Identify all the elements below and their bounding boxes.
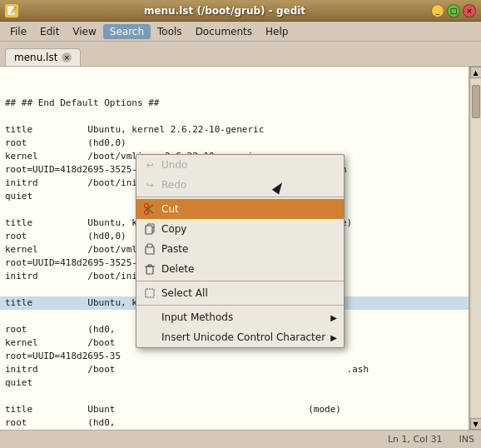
tab-close-button[interactable]: × [62, 52, 72, 62]
line-3 [5, 111, 11, 122]
menu-documents[interactable]: Documents [189, 24, 259, 39]
ctx-separator-1 [136, 197, 344, 197]
menu-search[interactable]: Search [103, 24, 151, 39]
input-methods-icon [143, 311, 156, 324]
menu-view[interactable]: View [66, 24, 102, 39]
insert-mode: INS [459, 434, 474, 445]
line-1 [5, 84, 11, 95]
ctx-copy-label: Copy [161, 223, 337, 235]
minimize-button[interactable]: _ [431, 4, 444, 17]
svg-rect-7 [147, 244, 152, 247]
ctx-paste-label: Paste [161, 243, 337, 255]
line-22: quiet [5, 377, 32, 388]
line-12: root (hd0,0) [5, 231, 126, 241]
context-menu: ↩ Undo ↪ Redo Cut Copy [136, 154, 345, 348]
line-16 [5, 284, 11, 295]
menu-edit[interactable]: Edit [33, 24, 66, 39]
svg-point-1 [145, 204, 149, 208]
ctx-redo-label: Redo [161, 179, 337, 191]
svg-rect-5 [146, 226, 152, 234]
svg-rect-8 [146, 266, 153, 274]
line-18: root (hd0, [5, 324, 115, 335]
scroll-down-button[interactable]: ▼ [470, 418, 482, 430]
insert-unicode-icon [143, 331, 156, 344]
app-icon: 📝 [5, 4, 18, 17]
svg-point-0 [145, 211, 149, 215]
window-controls: _ □ × [431, 4, 476, 17]
input-methods-arrow: ▶ [330, 313, 337, 322]
vertical-scrollbar[interactable]: ▲ ▼ [469, 67, 481, 430]
line-21: initrd /boot .ash [5, 364, 369, 375]
line-9: quiet [5, 191, 32, 202]
tab-label: menu.lst [14, 52, 57, 63]
ctx-input-methods[interactable]: Input Methods ▶ [136, 307, 344, 327]
ctx-delete[interactable]: Delete [136, 259, 344, 279]
close-button[interactable]: × [463, 4, 476, 17]
ctx-separator-2 [136, 281, 344, 281]
status-bar: Ln 1, Col 31 INS [0, 430, 481, 448]
ctx-select-all[interactable]: Select All [136, 283, 344, 303]
tab-menu-lst[interactable]: menu.lst × [5, 48, 81, 66]
line-19: kernel /boot [5, 337, 115, 348]
undo-icon: ↩ [143, 158, 156, 172]
ctx-redo[interactable]: ↪ Redo [136, 175, 344, 195]
line-10 [5, 204, 11, 215]
ctx-separator-3 [136, 305, 344, 306]
scroll-track[interactable] [471, 78, 481, 418]
line-25: root (hd0, [5, 417, 115, 428]
cursor-position: Ln 1, Col 31 [388, 434, 443, 445]
line-5: root (hd0,0) [5, 137, 126, 148]
line-2: ## ## End Default Options ## [5, 97, 159, 108]
delete-icon [143, 262, 156, 276]
line-23 [5, 391, 11, 401]
menu-file[interactable]: File [3, 24, 33, 39]
ctx-input-methods-label: Input Methods [161, 311, 325, 323]
redo-icon: ↪ [143, 178, 156, 192]
ctx-cut-label: Cut [161, 203, 337, 215]
svg-rect-13 [146, 289, 154, 297]
menu-bar: File Edit View Search Tools Documents He… [0, 22, 481, 42]
line-4: title Ubuntu, kernel 2.6.22-10-generic [5, 124, 264, 135]
ctx-undo[interactable]: ↩ Undo [136, 155, 344, 175]
scroll-up-button[interactable]: ▲ [470, 67, 482, 78]
title-bar: 📝 menu.lst (/boot/grub) - gedit _ □ × [0, 0, 481, 22]
paste-icon [143, 242, 156, 256]
ctx-delete-label: Delete [161, 263, 337, 275]
ctx-select-all-label: Select All [161, 287, 337, 299]
insert-unicode-arrow: ▶ [330, 333, 337, 342]
ctx-undo-label: Undo [161, 159, 337, 171]
menu-help[interactable]: Help [259, 24, 295, 39]
window-title: menu.lst (/boot/grub) - gedit [18, 5, 431, 17]
ctx-insert-unicode-label: Insert Unicode Control Character [161, 331, 325, 343]
select-all-icon [143, 286, 156, 300]
maximize-button[interactable]: □ [447, 4, 460, 17]
line-24: title Ubunt (mode) [5, 404, 341, 415]
copy-icon [143, 222, 156, 236]
ctx-insert-unicode[interactable]: Insert Unicode Control Character ▶ [136, 327, 344, 347]
tab-bar: menu.lst × [0, 42, 481, 67]
line-20: root=UUID=418d2695-35 [5, 351, 121, 361]
ctx-paste[interactable]: Paste [136, 239, 344, 259]
ctx-cut[interactable]: Cut [136, 199, 344, 219]
cut-icon [143, 202, 156, 216]
ctx-copy[interactable]: Copy [136, 219, 344, 239]
scroll-thumb[interactable] [472, 85, 480, 118]
menu-tools[interactable]: Tools [151, 24, 189, 39]
